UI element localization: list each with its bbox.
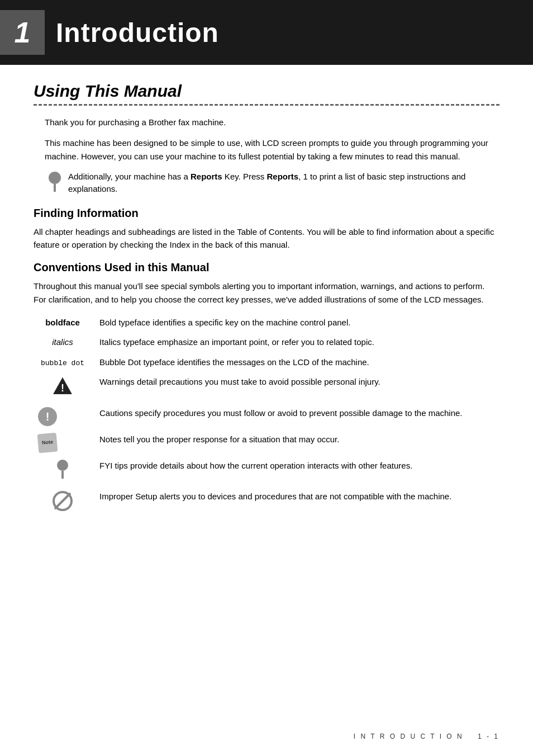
table-row: boldface Bold typeface identifies a spec… xyxy=(34,314,499,334)
footer-section-label: I N T R O D U C T I O N xyxy=(354,733,464,740)
desc-cell-note: Notes tell you the proper response for a… xyxy=(95,431,499,457)
footer-page-number: 1 - 1 xyxy=(478,733,499,740)
warning-triangle-icon: ! xyxy=(53,376,73,396)
using-this-manual-section: Using This Manual Thank you for purchasi… xyxy=(34,82,499,196)
intro-paragraph-2: This machine has been designed to be sim… xyxy=(45,136,499,163)
term-cell-improper xyxy=(34,488,95,520)
svg-line-7 xyxy=(55,493,70,509)
desc-cell-warning: Warnings detail precautions you must tak… xyxy=(95,373,499,404)
desc-cell-boldface: Bold typeface identifies a specific key … xyxy=(95,314,499,334)
chapter-number: 1 xyxy=(15,16,31,49)
note-paper-icon: Note xyxy=(37,432,58,453)
conventions-table: boldface Bold typeface identifies a spec… xyxy=(34,314,499,520)
svg-rect-5 xyxy=(61,471,64,479)
intro-paragraph-1: Thank you for purchasing a Brother fax m… xyxy=(45,116,499,129)
svg-rect-1 xyxy=(54,184,56,192)
term-cell-caution: ! xyxy=(34,404,95,431)
desc-cell-mono: Bubble Dot typeface identifies the messa… xyxy=(95,353,499,374)
chapter-title: Introduction xyxy=(56,17,219,48)
table-row: ! Cautions specify procedures you must f… xyxy=(34,404,499,431)
term-cell-boldface: boldface xyxy=(34,314,95,334)
conventions-section: Conventions Used in this Manual Througho… xyxy=(34,261,499,520)
chapter-header: 1 Introduction xyxy=(0,0,533,65)
term-italics: italics xyxy=(52,337,73,347)
svg-point-0 xyxy=(49,172,61,184)
table-row: bubble dot Bubble Dot typeface identifie… xyxy=(34,353,499,374)
term-boldface: boldface xyxy=(45,318,80,327)
term-bubble-dot: bubble dot xyxy=(41,359,84,367)
table-row: ! Warnings detail precautions you must t… xyxy=(34,373,499,404)
page-footer: I N T R O D U C T I O N 1 - 1 xyxy=(354,733,499,740)
svg-point-4 xyxy=(57,460,68,471)
table-row: Note Notes tell you the proper response … xyxy=(34,431,499,457)
section-divider xyxy=(34,104,499,106)
term-cell-mono: bubble dot xyxy=(34,353,95,374)
desc-cell-caution: Cautions specify procedures you must fol… xyxy=(95,404,499,431)
term-cell-note: Note xyxy=(34,431,95,457)
finding-information-section: Finding Information All chapter headings… xyxy=(34,207,499,252)
fyi-tip-box: Additionally, your machine has a Reports… xyxy=(45,171,488,196)
term-cell-fyi xyxy=(34,457,95,488)
chapter-number-box: 1 xyxy=(0,10,45,55)
no-symbol-icon xyxy=(52,490,73,512)
section-title: Using This Manual xyxy=(34,82,499,101)
term-cell-italics: italics xyxy=(34,333,95,353)
table-row: FYI tips provide details about how the c… xyxy=(34,457,499,488)
caution-circle-icon: ! xyxy=(38,407,57,426)
fyi-icon xyxy=(54,460,71,480)
desc-cell-italics: Italics typeface emphasize an important … xyxy=(95,333,499,353)
term-cell-warning: ! xyxy=(34,373,95,404)
desc-cell-improper: Improper Setup alerts you to devices and… xyxy=(95,488,499,520)
table-row: italics Italics typeface emphasize an im… xyxy=(34,333,499,353)
svg-text:!: ! xyxy=(61,382,64,394)
finding-info-body: All chapter headings and subheadings are… xyxy=(34,225,499,252)
conventions-title: Conventions Used in this Manual xyxy=(34,261,499,274)
fyi-tip-text: Additionally, your machine has a Reports… xyxy=(68,171,488,196)
finding-info-title: Finding Information xyxy=(34,207,499,220)
main-content: Using This Manual Thank you for purchasi… xyxy=(0,82,533,520)
desc-cell-fyi: FYI tips provide details about how the c… xyxy=(95,457,499,488)
conventions-intro: Throughout this manual you'll see specia… xyxy=(34,280,499,306)
fyi-lollipop-icon xyxy=(45,172,63,190)
table-row: Improper Setup alerts you to devices and… xyxy=(34,488,499,520)
